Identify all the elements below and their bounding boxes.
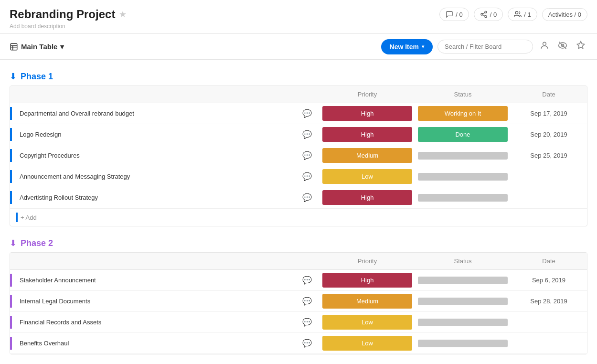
phase-1-section: ⬇ Phase 1 Priority Status Date Departmen… [10, 71, 587, 226]
row-name: Internal Legal Documents [16, 298, 298, 305]
priority-cell[interactable]: Low [320, 166, 415, 187]
row-name: Advertisting Rollout Strategy [16, 194, 298, 201]
comment-icon[interactable]: 💬 [302, 151, 312, 160]
comment-icon[interactable]: 💬 [302, 172, 312, 181]
row-name: Benefits Overhaul [16, 340, 298, 347]
phase-1-toggle[interactable]: ⬇ [10, 71, 17, 82]
status-cell[interactable] [415, 145, 511, 166]
activities-badge[interactable]: Activities / 0 [542, 8, 587, 21]
comment-icon[interactable]: 💬 [302, 109, 312, 118]
status-badge [418, 152, 508, 160]
phase-2-table: Priority Status Date Stakeholder Announc… [10, 252, 587, 354]
comment-icon[interactable]: 💬 [302, 193, 312, 202]
status-cell[interactable]: Working on It [415, 103, 511, 124]
status-cell[interactable]: Done [415, 124, 511, 145]
date-cell [511, 166, 587, 187]
eye-button[interactable] [556, 39, 569, 54]
share-badge[interactable]: / 0 [474, 8, 503, 21]
phase-1-table: Priority Status Date Departmental and Ov… [10, 86, 587, 226]
row-name-cell: Advertisting Rollout Strategy 💬 [10, 187, 320, 208]
star-icon[interactable]: ★ [119, 9, 127, 20]
new-item-label: New Item [390, 43, 419, 51]
phase-1-header: ⬇ Phase 1 [10, 71, 587, 82]
col-status-header-2: Status [415, 256, 511, 267]
phase-2-section: ⬇ Phase 2 Priority Status Date Stakehold… [10, 238, 587, 354]
status-badge [418, 277, 508, 284]
chevron-down-icon: ▾ [60, 43, 64, 51]
svg-line-4 [482, 12, 485, 14]
comment-icon[interactable]: 💬 [302, 276, 312, 285]
priority-cell[interactable]: High [320, 124, 415, 145]
phase-2-header: ⬇ Phase 2 [10, 238, 587, 248]
status-badge: Done [418, 127, 508, 142]
col-name-header-2 [10, 256, 320, 267]
main-table-button[interactable]: Main Table ▾ [10, 43, 64, 51]
date-cell: Sep 25, 2019 [511, 145, 587, 166]
phase-2-toggle[interactable]: ⬇ [10, 238, 17, 248]
comment-icon[interactable]: 💬 [302, 130, 312, 139]
table-row: Announcement and Messaging Strategy 💬 Lo… [10, 166, 587, 187]
table-row: Internal Legal Documents 💬 Medium Sep 28… [10, 291, 587, 312]
title-row: Rebranding Project ★ [10, 8, 127, 21]
row-indicator [10, 337, 12, 350]
row-indicator [10, 316, 12, 329]
status-cell[interactable] [415, 187, 511, 208]
priority-cell[interactable]: High [320, 103, 415, 124]
priority-cell[interactable]: Medium [320, 145, 415, 166]
project-title: Rebranding Project [10, 8, 115, 21]
row-indicator [10, 191, 12, 204]
table-row: Departmental and Overall rebrand budget … [10, 103, 587, 124]
svg-point-2 [485, 16, 487, 18]
priority-badge: Low [322, 169, 412, 184]
status-cell[interactable] [415, 270, 511, 290]
priority-cell[interactable]: High [320, 270, 415, 290]
status-badge: Working on It [418, 106, 508, 121]
main-table-label: Main Table [21, 43, 57, 51]
header-right: / 0 / 0 / 1 Activities / 0 [439, 8, 587, 21]
new-item-button[interactable]: New Item ▾ [381, 39, 433, 54]
board-description[interactable]: Add board description [10, 23, 127, 30]
row-indicator [10, 128, 12, 141]
row-name-cell: Financial Records and Assets 💬 [10, 312, 320, 332]
col-priority-header-1: Priority [320, 89, 415, 100]
phase-1-add-row[interactable]: + Add [10, 208, 587, 226]
priority-cell[interactable]: High [320, 187, 415, 208]
priority-cell[interactable]: Low [320, 312, 415, 332]
row-indicator [16, 213, 18, 222]
person-filter-icon [540, 41, 549, 50]
status-cell[interactable] [415, 166, 511, 187]
row-name-cell: Announcement and Messaging Strategy 💬 [10, 166, 320, 187]
table-row: Logo Redesign 💬 High Done Sep 20, 2019 [10, 124, 587, 145]
date-cell [511, 333, 587, 353]
pin-icon [576, 41, 586, 50]
status-cell[interactable] [415, 333, 511, 353]
person-badge[interactable]: / 1 [508, 8, 537, 21]
header-left: Rebranding Project ★ Add board descripti… [10, 8, 127, 30]
speech-icon [446, 11, 453, 18]
row-name-cell: Logo Redesign 💬 [10, 124, 320, 145]
search-input[interactable] [437, 40, 533, 54]
speech-badge[interactable]: / 0 [439, 8, 469, 21]
pin-button[interactable] [574, 39, 587, 54]
priority-badge: High [322, 190, 412, 205]
comment-icon[interactable]: 💬 [302, 339, 312, 348]
priority-cell[interactable]: Low [320, 333, 415, 353]
comment-icon[interactable]: 💬 [302, 318, 312, 327]
share-icon [480, 11, 488, 18]
svg-point-5 [516, 11, 518, 14]
priority-badge: Low [322, 315, 412, 330]
priority-cell[interactable]: Medium [320, 291, 415, 311]
priority-badge: Medium [322, 148, 412, 163]
status-cell[interactable] [415, 291, 511, 311]
comment-icon[interactable]: 💬 [302, 297, 312, 306]
toolbar: Main Table ▾ New Item ▾ [0, 34, 597, 60]
person-count: / 1 [524, 11, 531, 18]
row-name: Logo Redesign [16, 131, 298, 138]
row-name-cell: Internal Legal Documents 💬 [10, 291, 320, 311]
share-count: / 0 [490, 11, 497, 18]
col-priority-header-2: Priority [320, 256, 415, 267]
person-filter-button[interactable] [538, 39, 551, 54]
row-name: Announcement and Messaging Strategy [16, 173, 298, 180]
status-cell[interactable] [415, 312, 511, 332]
board-content: ⬇ Phase 1 Priority Status Date Departmen… [0, 71, 597, 364]
